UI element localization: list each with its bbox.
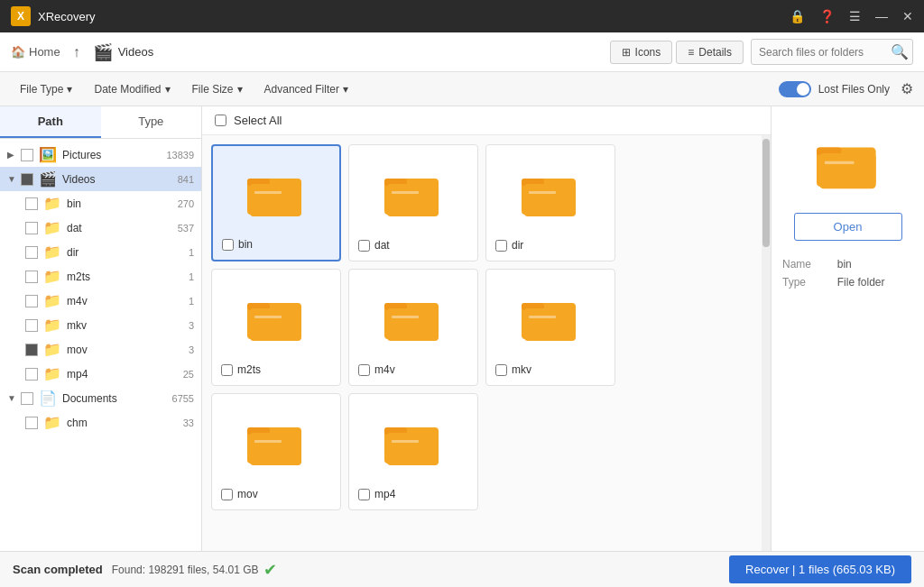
- file-card-mov[interactable]: mov: [211, 393, 341, 510]
- date-modified-filter[interactable]: Date Modified ▾: [85, 79, 179, 99]
- file-card-dir[interactable]: dir: [485, 144, 615, 261]
- file-card-mkv[interactable]: mkv: [485, 269, 615, 386]
- tab-type[interactable]: Type: [101, 106, 202, 138]
- tree-item-pictures[interactable]: ▶ 🖼️ Pictures 13839: [0, 142, 201, 167]
- folder-icon-dat: [384, 170, 442, 218]
- svg-rect-35: [824, 161, 854, 164]
- tree-count-mov: 3: [189, 344, 194, 355]
- close-button[interactable]: ✕: [902, 9, 913, 23]
- tree-check-bin[interactable]: [25, 197, 38, 210]
- details-view-button[interactable]: ≡ Details: [676, 41, 744, 64]
- icons-view-button[interactable]: ⊞ Icons: [610, 41, 673, 64]
- scan-completed-text: Scan completed: [13, 563, 103, 576]
- chevron-down-icon: ▾: [343, 83, 348, 96]
- tree-item-dir[interactable]: 📁 dir 1: [0, 240, 201, 264]
- file-checkbox-dat[interactable]: [358, 240, 370, 252]
- tree-count-documents: 6755: [172, 393, 194, 404]
- tree-check-mkv[interactable]: [25, 319, 38, 332]
- minimize-button[interactable]: —: [875, 9, 888, 23]
- tree-label-bin: bin: [67, 197, 175, 210]
- lost-files-switch[interactable]: [779, 81, 811, 97]
- tree-item-dat[interactable]: 📁 dat 537: [0, 216, 201, 240]
- breadcrumb: 🎬 Videos: [93, 42, 154, 62]
- tree-item-chm[interactable]: 📁 chm 33: [0, 410, 201, 435]
- nav-up-button[interactable]: ↑: [68, 42, 86, 62]
- file-card-mp4[interactable]: mp4: [348, 393, 478, 510]
- file-card-m4v[interactable]: m4v: [348, 269, 478, 386]
- select-all-checkbox[interactable]: [215, 115, 226, 126]
- tab-path[interactable]: Path: [0, 106, 101, 138]
- file-type-filter[interactable]: File Type ▾: [11, 79, 81, 99]
- chm-folder-icon: 📁: [43, 414, 61, 431]
- folder-icon-wrap-dir: [522, 154, 579, 234]
- tree-check-documents[interactable]: [21, 392, 33, 405]
- tree-label-m2ts: m2ts: [67, 271, 186, 283]
- tree-item-mov[interactable]: 📁 mov 3: [0, 337, 201, 362]
- file-card-bin[interactable]: bin: [211, 144, 341, 261]
- tree-check-chm[interactable]: [25, 417, 38, 429]
- recover-button[interactable]: Recover | 1 files (665.03 KB): [729, 555, 911, 583]
- tree-item-documents[interactable]: ▼ 📄 Documents 6755: [0, 386, 201, 410]
- menu-icon[interactable]: ☰: [849, 9, 861, 23]
- folder-icon-wrap-dat: [384, 154, 442, 234]
- tree-check-mp4[interactable]: [25, 368, 38, 381]
- file-checkbox-m4v[interactable]: [358, 364, 370, 376]
- scrollbar-track[interactable]: [762, 135, 771, 551]
- files-grid: bin dat: [202, 135, 762, 551]
- scrollbar-thumb[interactable]: [762, 139, 770, 247]
- file-checkbox-mov[interactable]: [221, 489, 233, 500]
- file-checkbox-bin[interactable]: [222, 239, 234, 251]
- scan-settings-icon[interactable]: ⚙: [901, 80, 913, 97]
- home-link[interactable]: 🏠 Home: [11, 45, 60, 59]
- svg-rect-22: [524, 308, 576, 341]
- file-checkbox-mkv[interactable]: [495, 364, 507, 376]
- file-checkbox-m2ts[interactable]: [221, 364, 233, 376]
- lock-icon[interactable]: 🔒: [790, 9, 805, 23]
- svg-rect-19: [392, 316, 419, 318]
- tree-item-m4v[interactable]: 📁 m4v 1: [0, 289, 201, 313]
- tree-check-dir[interactable]: [25, 246, 38, 259]
- icons-grid-icon: ⊞: [622, 46, 631, 59]
- advanced-filter-button[interactable]: Advanced Filter ▾: [255, 79, 357, 99]
- m4v-folder-icon: 📁: [43, 292, 61, 309]
- file-checkbox-dir[interactable]: [495, 240, 507, 252]
- documents-icon: 📄: [39, 390, 57, 407]
- tree-check-m2ts[interactable]: [25, 271, 38, 283]
- file-card-dat[interactable]: dat: [348, 144, 478, 261]
- view-toggle: ⊞ Icons ≡ Details: [610, 41, 744, 64]
- tree-item-mkv[interactable]: 📁 mkv 3: [0, 313, 201, 337]
- bin-folder-icon: 📁: [43, 195, 61, 212]
- tree-label-dir: dir: [67, 246, 186, 259]
- details-list-icon: ≡: [688, 46, 694, 59]
- tree-item-m2ts[interactable]: 📁 m2ts 1: [0, 264, 201, 289]
- tree-item-videos[interactable]: ▼ 🎬 Videos 841: [0, 167, 201, 191]
- filterbar: File Type ▾ Date Modified ▾ File Size ▾ …: [0, 72, 924, 106]
- tree-check-mov[interactable]: [25, 344, 38, 356]
- help-icon[interactable]: ❓: [819, 9, 835, 23]
- tree-check-dat[interactable]: [25, 222, 38, 234]
- file-size-filter[interactable]: File Size ▾: [183, 79, 252, 99]
- tree-item-mp4[interactable]: 📁 mp4 25: [0, 362, 201, 386]
- empty-card-1: [623, 144, 753, 261]
- tree-check-pictures[interactable]: [21, 149, 33, 161]
- open-button[interactable]: Open: [794, 213, 902, 241]
- tree-expand-icon: ▶: [7, 150, 18, 160]
- folder-icon-dir: [522, 170, 579, 218]
- tree-item-bin[interactable]: 📁 bin 270: [0, 191, 201, 216]
- search-input[interactable]: [759, 46, 885, 59]
- file-checkbox-mp4[interactable]: [358, 489, 370, 500]
- right-preview: [812, 133, 884, 195]
- left-panel-tabs: Path Type: [0, 106, 201, 139]
- lost-files-toggle: Lost Files Only: [779, 81, 890, 97]
- folder-icon-bin: [247, 170, 305, 218]
- tree-check-m4v[interactable]: [25, 295, 38, 307]
- tree-label-pictures: Pictures: [62, 149, 163, 161]
- search-icon[interactable]: 🔍: [891, 43, 909, 60]
- tree-label-chm: chm: [67, 417, 180, 429]
- app-logo: X: [11, 6, 31, 26]
- chevron-down-icon: ▾: [237, 83, 243, 96]
- tree-check-videos[interactable]: [21, 173, 33, 186]
- tree-count-m4v: 1: [189, 296, 194, 307]
- tree-label-documents: Documents: [62, 392, 170, 405]
- file-card-m2ts[interactable]: m2ts: [211, 269, 341, 386]
